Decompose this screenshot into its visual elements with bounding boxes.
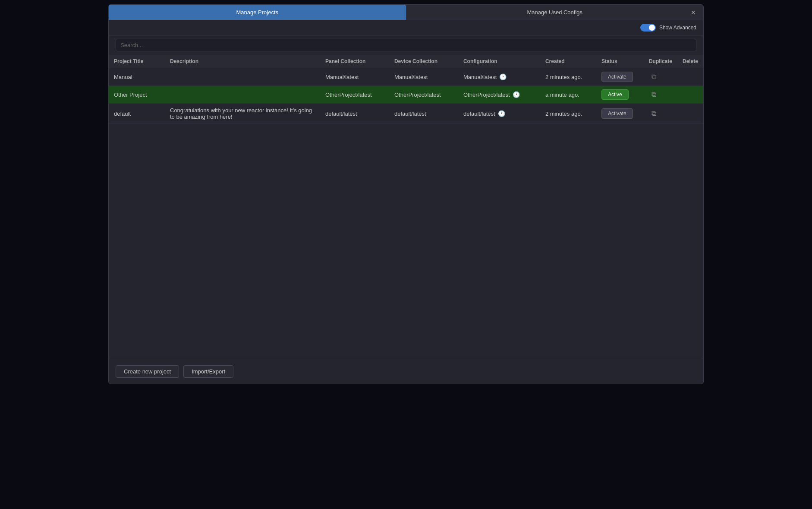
cell-configuration: Manual/latest🕐: [458, 68, 540, 86]
table-container: Project Title Description Panel Collecti…: [109, 55, 703, 359]
cell-configuration: default/latest🕐: [458, 104, 540, 124]
table-row: defaultCongratulations with your new rea…: [109, 104, 703, 124]
search-bar: [109, 35, 703, 55]
cell-device-collection: OtherProject/latest: [389, 86, 458, 104]
table-row: Other ProjectOtherProject/latestOtherPro…: [109, 86, 703, 104]
activate-button[interactable]: Activate: [601, 108, 633, 119]
cell-delete: [677, 68, 703, 86]
cell-title: Manual: [109, 68, 165, 86]
cell-panel-collection: default/latest: [320, 104, 389, 124]
cell-status: Activate: [596, 68, 644, 86]
duplicate-button[interactable]: ⧉: [649, 109, 659, 118]
cell-status: Activate: [596, 104, 644, 124]
col-header-config: Configuration: [458, 55, 540, 68]
table-header-row: Project Title Description Panel Collecti…: [109, 55, 703, 68]
projects-table: Project Title Description Panel Collecti…: [109, 55, 703, 124]
cell-panel-collection: Manual/latest: [320, 68, 389, 86]
modal-footer: Create new project Import/Export: [109, 359, 703, 384]
cell-delete: [677, 104, 703, 124]
col-header-panel: Panel Collection: [320, 55, 389, 68]
col-header-title: Project Title: [109, 55, 165, 68]
tab-manage-projects[interactable]: Manage Projects: [109, 5, 406, 20]
modal: Manage Projects Manage Used Configs × Sh…: [108, 4, 704, 384]
toolbar: Show Advanced: [109, 20, 703, 35]
cell-created: 2 minutes ago.: [540, 104, 596, 124]
cell-configuration: OtherProject/latest🕐: [458, 86, 540, 104]
cell-delete: [677, 86, 703, 104]
table-body: ManualManual/latestManual/latestManual/l…: [109, 68, 703, 124]
cell-duplicate: ⧉: [644, 86, 677, 104]
cell-duplicate: ⧉: [644, 68, 677, 86]
cell-device-collection: default/latest: [389, 104, 458, 124]
cell-created: 2 minutes ago.: [540, 68, 596, 86]
cell-description: [165, 86, 320, 104]
cell-created: a minute ago.: [540, 86, 596, 104]
cell-title: default: [109, 104, 165, 124]
import-export-button[interactable]: Import/Export: [183, 365, 233, 378]
duplicate-button[interactable]: ⧉: [649, 72, 659, 82]
col-header-status: Status: [596, 55, 644, 68]
history-icon[interactable]: 🕐: [498, 110, 505, 117]
activate-button[interactable]: Activate: [601, 72, 633, 82]
table-row: ManualManual/latestManual/latestManual/l…: [109, 68, 703, 86]
cell-description: Congratulations with your new reactor in…: [165, 104, 320, 124]
create-new-project-button[interactable]: Create new project: [116, 365, 179, 378]
show-advanced-label: Show Advanced: [659, 25, 696, 31]
cell-status: Active: [596, 86, 644, 104]
duplicate-button[interactable]: ⧉: [649, 90, 659, 99]
history-icon[interactable]: 🕐: [499, 73, 507, 80]
show-advanced-toggle[interactable]: [640, 24, 656, 32]
cell-device-collection: Manual/latest: [389, 68, 458, 86]
cell-duplicate: ⧉: [644, 104, 677, 124]
modal-overlay: Manage Projects Manage Used Configs × Sh…: [0, 0, 812, 509]
cell-title: Other Project: [109, 86, 165, 104]
active-status-button[interactable]: Active: [601, 89, 629, 100]
cell-panel-collection: OtherProject/latest: [320, 86, 389, 104]
col-header-created: Created: [540, 55, 596, 68]
search-input[interactable]: [116, 39, 696, 51]
col-header-delete: Delete: [677, 55, 703, 68]
col-header-duplicate: Duplicate: [644, 55, 677, 68]
history-icon[interactable]: 🕐: [513, 91, 520, 98]
modal-header: Manage Projects Manage Used Configs ×: [109, 5, 703, 20]
tab-manage-configs[interactable]: Manage Used Configs: [406, 5, 704, 20]
close-button[interactable]: ×: [688, 7, 698, 18]
col-header-device: Device Collection: [389, 55, 458, 68]
cell-description: [165, 68, 320, 86]
col-header-description: Description: [165, 55, 320, 68]
